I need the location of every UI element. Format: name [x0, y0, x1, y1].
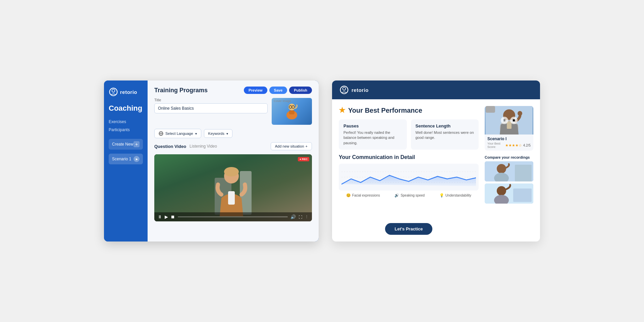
understand-label: Understandability [445, 194, 471, 197]
save-button[interactable]: Save [269, 87, 287, 94]
create-new-button[interactable]: Create New + [109, 139, 143, 150]
header-buttons: Preview Save Publish [244, 87, 312, 94]
keywords-button[interactable]: Keywords ▾ [204, 129, 232, 138]
select-language-button[interactable]: Select Language ▾ [154, 129, 201, 138]
metric-pauses-desc: Perfect! You really nailed the balance b… [343, 130, 402, 146]
pause-button[interactable]: ⏸ [158, 214, 162, 219]
volume-icon[interactable]: 🔊 [290, 214, 296, 219]
fullscreen-icon[interactable]: ⛶ [299, 215, 302, 219]
metric-sentence-title: Sentence Length [416, 123, 474, 128]
listening-video-label: Listening Video [190, 144, 217, 149]
performance-title-text: Your Best Performance [348, 107, 422, 114]
lets-practice-button[interactable]: Let's Practice [385, 223, 432, 235]
right-logo-text: retorio [352, 87, 369, 93]
scenario-play-overlay: ⏸ ⏹ [501, 117, 518, 124]
keywords-label: Keywords [208, 131, 224, 136]
right-body: ★ Your Best Performance Pauses Perfect! … [332, 99, 540, 241]
form-row: Title Cover Image [154, 98, 312, 125]
language-icon [159, 131, 163, 136]
right-panel: retorio ★ Your Best Performance Pauses P… [332, 80, 540, 241]
right-logo-icon [339, 85, 349, 95]
svg-rect-34 [513, 189, 532, 202]
chart-label-speed: 🔊 Speaking speed [394, 193, 425, 198]
communication-section: Your Communication in Detail [339, 154, 479, 216]
svg-rect-30 [515, 165, 532, 181]
main-content: Training Programs Preview Save Publish T… [148, 80, 319, 241]
sidebar-nav-participants[interactable]: Participants [109, 127, 143, 133]
scenario-name: Scenario I [487, 137, 531, 141]
svg-rect-15 [228, 191, 235, 205]
svg-point-26 [518, 111, 522, 116]
title-input[interactable] [154, 103, 268, 113]
question-video-row: Question Video Listening Video Add new s… [154, 142, 312, 150]
compare-section: Compare your recordings [485, 155, 533, 206]
performance-title: ★ Your Best Performance [339, 106, 479, 115]
scenario-info: Scenario I Your Best Score: ★★★★☆ 4.2/5 [485, 135, 533, 151]
metric-card-sentence-length: Sentence Length Well done! Most sentence… [411, 119, 479, 150]
select-language-label: Select Language [165, 131, 193, 136]
retorio-logo-icon [109, 87, 118, 97]
chart-label-facial: 😊 Facial expressions [346, 193, 380, 198]
create-new-plus-icon: + [133, 141, 140, 147]
sidebar-title: Coaching [109, 104, 143, 113]
scenario-score-row: Your Best Score: ★★★★☆ 4.2/5 [487, 142, 531, 149]
svg-point-17 [343, 87, 346, 90]
right-header: retorio [332, 80, 540, 99]
svg-point-32 [497, 186, 506, 196]
metrics-row: Pauses Perfect! You really nailed the ba… [339, 119, 479, 150]
understand-icon: 💡 [439, 193, 444, 198]
add-situation-label: Add new situation [275, 144, 304, 148]
scenario-stop-btn[interactable]: ⏹ [510, 117, 518, 124]
rec-badge: ● REC [298, 157, 309, 161]
controls-row: Select Language ▾ Keywords ▾ [154, 129, 312, 138]
scenario-stars: ★★★★☆ [505, 143, 522, 148]
sidebar-logo-text: retorio [120, 89, 137, 95]
more-options-icon[interactable]: ⋮ [305, 215, 309, 219]
practice-btn-container: Let's Practice [339, 221, 479, 235]
preview-button[interactable]: Preview [244, 87, 267, 94]
compare-thumb-2-svg [485, 183, 533, 204]
svg-rect-24 [486, 106, 495, 113]
speed-icon: 🔊 [394, 193, 399, 198]
progress-bar[interactable] [178, 216, 288, 217]
cover-person-svg [283, 102, 301, 121]
cover-image-label: Cover Image [274, 99, 291, 103]
video-player: ● REC ⏸ ▶ ⏹ 🔊 ⛶ ⋮ [154, 154, 312, 221]
scenario-score-value: 4.2/5 [523, 144, 531, 147]
facial-label: Facial expressions [352, 194, 380, 197]
svg-rect-4 [289, 110, 294, 114]
right-sidebar: ⏸ ⏹ Scenario I Your Best Score: ★★★★☆ 4.… [485, 106, 533, 235]
main-header: Training Programs Preview Save Publish [154, 87, 312, 94]
cover-image-box: Cover Image [272, 98, 312, 125]
publish-button[interactable]: Publish [289, 87, 312, 94]
title-label: Title [154, 98, 268, 102]
scenario-card: ⏸ ⏹ Scenario I Your Best Score: ★★★★☆ 4.… [485, 106, 533, 151]
sidebar-nav-exercises[interactable]: Exercises [109, 119, 143, 125]
video-controls: ⏸ ▶ ⏹ 🔊 ⛶ ⋮ [154, 212, 312, 221]
scenario-pause-btn[interactable]: ⏸ [501, 117, 508, 124]
page-title: Training Programs [154, 87, 208, 94]
facial-icon: 😊 [346, 193, 351, 198]
stop-button[interactable]: ⏹ [171, 214, 175, 219]
keywords-chevron: ▾ [226, 132, 228, 136]
select-language-chevron: ▾ [195, 132, 197, 136]
scenario-item[interactable]: Scenario 1 ▶ [109, 154, 143, 164]
compare-thumb-1-svg [485, 161, 533, 181]
svg-point-28 [497, 164, 506, 173]
add-situation-plus-icon: + [306, 144, 308, 148]
sidebar-logo: retorio [109, 87, 143, 97]
compare-thumb-2 [485, 183, 533, 204]
video-background: ● REC [154, 154, 312, 221]
star-icon: ★ [339, 106, 345, 115]
video-person-svg [213, 158, 253, 218]
best-score-label: Your Best Score: [487, 142, 504, 149]
left-panel: retorio Coaching Exercises Participants … [104, 80, 319, 241]
form-left: Title [154, 98, 268, 125]
scenario-video-thumbnail: ⏸ ⏹ [485, 106, 533, 135]
compare-title: Compare your recordings [485, 155, 533, 159]
sidebar: retorio Coaching Exercises Participants … [104, 80, 148, 241]
add-situation-button[interactable]: Add new situation + [271, 142, 312, 150]
svg-point-1 [112, 89, 115, 92]
play-button[interactable]: ▶ [165, 214, 168, 219]
right-main: ★ Your Best Performance Pauses Perfect! … [339, 106, 479, 235]
